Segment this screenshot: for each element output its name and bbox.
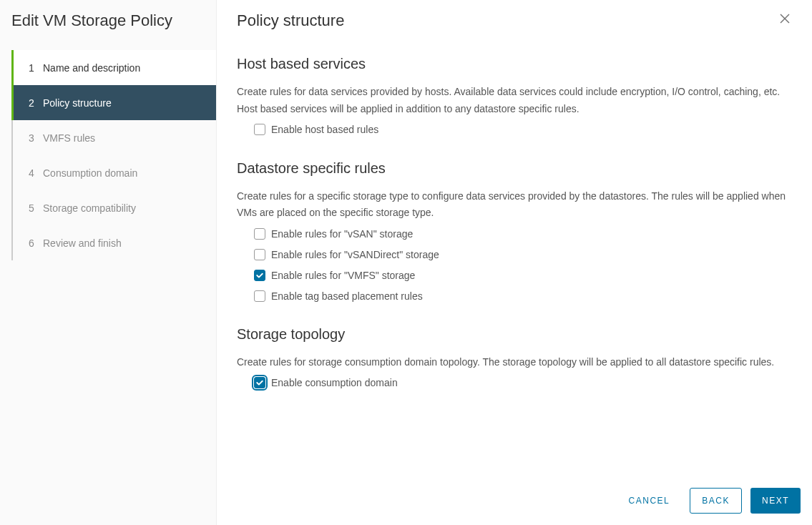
checkbox-label: Enable rules for "vSAN" storage bbox=[271, 228, 413, 240]
wizard-step-policy-structure[interactable]: 2Policy structure bbox=[13, 85, 216, 120]
checkbox-enable-rules-for-vsan-storage[interactable]: Enable rules for "vSAN" storage bbox=[254, 223, 792, 244]
section-title-datastore: Datastore specific rules bbox=[237, 160, 792, 177]
checkbox-label: Enable rules for "VMFS" storage bbox=[271, 270, 415, 281]
section-datastore: Datastore specific rules Create rules fo… bbox=[237, 160, 792, 327]
wizard-step-review-and-finish[interactable]: 6Review and finish bbox=[13, 225, 216, 260]
step-label: Policy structure bbox=[43, 97, 112, 109]
step-number: 4 bbox=[29, 167, 43, 179]
checkbox-enable-consumption-domain[interactable]: Enable consumption domain bbox=[254, 373, 792, 393]
step-label: Review and finish bbox=[43, 237, 122, 249]
wizard-step-vmfs-rules[interactable]: 3VMFS rules bbox=[13, 120, 216, 155]
checkbox-label: Enable rules for "vSANDirect" storage bbox=[271, 249, 439, 260]
back-button[interactable]: BACK bbox=[690, 488, 742, 514]
section-host-based: Host based services Create rules for dat… bbox=[237, 56, 792, 160]
checkbox-label: Enable host based rules bbox=[271, 124, 378, 135]
checkbox-box[interactable] bbox=[254, 290, 265, 302]
checkbox-box[interactable] bbox=[254, 270, 265, 281]
section-title-host: Host based services bbox=[237, 56, 792, 72]
wizard-step-consumption-domain[interactable]: 4Consumption domain bbox=[13, 155, 216, 190]
wizard-steps: 1Name and description2Policy structure3V… bbox=[11, 50, 216, 260]
wizard-step-storage-compatibility[interactable]: 5Storage compatibility bbox=[13, 190, 216, 225]
checkbox-box[interactable] bbox=[254, 249, 265, 260]
step-number: 5 bbox=[29, 202, 43, 214]
datastore-options: Enable rules for "vSAN" storageEnable ru… bbox=[237, 223, 792, 306]
step-number: 3 bbox=[29, 132, 43, 144]
wizard-footer: CANCEL BACK NEXT bbox=[217, 476, 812, 525]
section-desc-datastore: Create rules for a specific storage type… bbox=[237, 188, 792, 222]
section-title-topology: Storage topology bbox=[237, 326, 792, 343]
topology-options: Enable consumption domain bbox=[237, 373, 792, 393]
wizard-content: Policy structure Host based services Cre… bbox=[217, 0, 812, 525]
checkbox-enable-rules-for-vsandirect-storage[interactable]: Enable rules for "vSANDirect" storage bbox=[254, 244, 792, 265]
wizard-step-name-and-description[interactable]: 1Name and description bbox=[13, 50, 216, 85]
step-number: 2 bbox=[29, 97, 43, 109]
edit-vm-storage-policy-modal: Edit VM Storage Policy 1Name and descrip… bbox=[0, 0, 812, 525]
step-label: Name and description bbox=[43, 62, 140, 74]
host-options: Enable host based rules bbox=[237, 119, 792, 140]
checkbox-enable-host-based-rules[interactable]: Enable host based rules bbox=[254, 119, 792, 140]
page-title: Policy structure bbox=[237, 11, 344, 30]
checkbox-enable-rules-for-vmfs-storage[interactable]: Enable rules for "VMFS" storage bbox=[254, 265, 792, 285]
checkbox-box[interactable] bbox=[254, 124, 265, 135]
section-desc-topology: Create rules for storage consumption dom… bbox=[237, 354, 792, 371]
checkbox-label: Enable tag based placement rules bbox=[271, 290, 423, 302]
wizard-sidebar: Edit VM Storage Policy 1Name and descrip… bbox=[0, 0, 217, 525]
close-icon[interactable] bbox=[778, 11, 792, 28]
step-label: VMFS rules bbox=[43, 132, 95, 144]
step-number: 6 bbox=[29, 237, 43, 249]
step-label: Consumption domain bbox=[43, 167, 137, 179]
content-header: Policy structure bbox=[237, 11, 792, 56]
checkbox-box[interactable] bbox=[254, 377, 265, 388]
checkbox-label: Enable consumption domain bbox=[271, 377, 398, 388]
checkbox-box[interactable] bbox=[254, 228, 265, 240]
step-label: Storage compatibility bbox=[43, 202, 136, 214]
next-button[interactable]: NEXT bbox=[750, 488, 801, 514]
cancel-button[interactable]: CANCEL bbox=[617, 488, 682, 514]
sidebar-title: Edit VM Storage Policy bbox=[0, 11, 216, 50]
section-topology: Storage topology Create rules for storag… bbox=[237, 326, 792, 413]
step-number: 1 bbox=[29, 62, 43, 74]
section-desc-host: Create rules for data services provided … bbox=[237, 84, 792, 118]
checkbox-enable-tag-based-placement-rules[interactable]: Enable tag based placement rules bbox=[254, 285, 792, 306]
